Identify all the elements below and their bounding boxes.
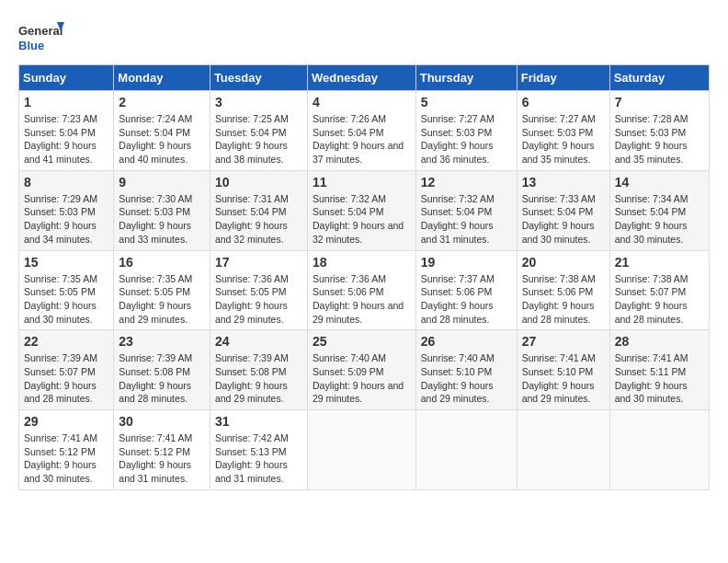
day-info: Sunrise: 7:36 AM Sunset: 5:06 PM Dayligh… <box>313 272 411 327</box>
day-info: Sunrise: 7:40 AM Sunset: 5:09 PM Dayligh… <box>313 351 411 406</box>
calendar-cell <box>415 410 517 490</box>
calendar-cell: 26 Sunrise: 7:40 AM Sunset: 5:10 PM Dayl… <box>415 330 517 410</box>
col-header-tuesday: Tuesday <box>210 65 307 91</box>
col-header-sunday: Sunday <box>19 65 114 91</box>
day-info: Sunrise: 7:39 AM Sunset: 5:08 PM Dayligh… <box>215 351 302 406</box>
day-number: 14 <box>615 175 704 190</box>
col-header-thursday: Thursday <box>415 65 517 91</box>
day-number: 9 <box>119 175 205 190</box>
calendar-cell: 16 Sunrise: 7:35 AM Sunset: 5:05 PM Dayl… <box>114 250 210 330</box>
day-number: 22 <box>24 334 108 349</box>
day-number: 30 <box>119 414 205 429</box>
day-info: Sunrise: 7:39 AM Sunset: 5:08 PM Dayligh… <box>119 351 205 406</box>
day-number: 29 <box>24 414 108 429</box>
day-info: Sunrise: 7:30 AM Sunset: 5:03 PM Dayligh… <box>119 192 205 247</box>
day-number: 5 <box>421 95 512 109</box>
day-number: 10 <box>215 175 302 190</box>
calendar-cell: 2 Sunrise: 7:24 AM Sunset: 5:04 PM Dayli… <box>114 91 210 171</box>
day-number: 2 <box>119 95 205 109</box>
calendar-cell: 15 Sunrise: 7:35 AM Sunset: 5:05 PM Dayl… <box>19 250 114 330</box>
day-info: Sunrise: 7:41 AM Sunset: 5:11 PM Dayligh… <box>615 351 704 406</box>
day-number: 26 <box>421 334 512 349</box>
calendar-cell: 28 Sunrise: 7:41 AM Sunset: 5:11 PM Dayl… <box>609 330 709 410</box>
calendar-cell: 8 Sunrise: 7:29 AM Sunset: 5:03 PM Dayli… <box>19 170 114 250</box>
calendar-cell: 3 Sunrise: 7:25 AM Sunset: 5:04 PM Dayli… <box>210 91 307 171</box>
day-number: 31 <box>215 414 302 429</box>
day-info: Sunrise: 7:26 AM Sunset: 5:04 PM Dayligh… <box>313 112 411 167</box>
day-info: Sunrise: 7:35 AM Sunset: 5:05 PM Dayligh… <box>119 272 205 327</box>
day-number: 24 <box>215 334 302 349</box>
calendar-cell: 30 Sunrise: 7:41 AM Sunset: 5:12 PM Dayl… <box>114 410 210 490</box>
day-info: Sunrise: 7:31 AM Sunset: 5:04 PM Dayligh… <box>215 192 302 247</box>
col-header-saturday: Saturday <box>609 65 709 91</box>
calendar-cell: 23 Sunrise: 7:39 AM Sunset: 5:08 PM Dayl… <box>114 330 210 410</box>
day-number: 15 <box>24 255 108 270</box>
day-info: Sunrise: 7:35 AM Sunset: 5:05 PM Dayligh… <box>24 272 108 327</box>
day-info: Sunrise: 7:27 AM Sunset: 5:03 PM Dayligh… <box>522 112 605 167</box>
calendar-cell: 22 Sunrise: 7:39 AM Sunset: 5:07 PM Dayl… <box>19 330 114 410</box>
calendar-cell: 29 Sunrise: 7:41 AM Sunset: 5:12 PM Dayl… <box>19 410 114 490</box>
col-header-monday: Monday <box>114 65 210 91</box>
calendar-cell: 9 Sunrise: 7:30 AM Sunset: 5:03 PM Dayli… <box>114 170 210 250</box>
day-info: Sunrise: 7:36 AM Sunset: 5:05 PM Dayligh… <box>215 272 302 327</box>
day-info: Sunrise: 7:27 AM Sunset: 5:03 PM Dayligh… <box>421 112 512 167</box>
day-info: Sunrise: 7:37 AM Sunset: 5:06 PM Dayligh… <box>421 272 512 327</box>
svg-text:General: General <box>18 24 63 38</box>
svg-text:Blue: Blue <box>18 39 44 52</box>
calendar-cell: 4 Sunrise: 7:26 AM Sunset: 5:04 PM Dayli… <box>307 91 415 171</box>
day-info: Sunrise: 7:41 AM Sunset: 5:12 PM Dayligh… <box>119 431 205 486</box>
calendar-cell: 12 Sunrise: 7:32 AM Sunset: 5:04 PM Dayl… <box>415 170 517 250</box>
day-info: Sunrise: 7:28 AM Sunset: 5:03 PM Dayligh… <box>615 112 704 167</box>
calendar-cell: 1 Sunrise: 7:23 AM Sunset: 5:04 PM Dayli… <box>19 91 114 171</box>
calendar-cell: 11 Sunrise: 7:32 AM Sunset: 5:04 PM Dayl… <box>307 170 415 250</box>
day-info: Sunrise: 7:25 AM Sunset: 5:04 PM Dayligh… <box>215 112 302 167</box>
day-number: 4 <box>313 95 411 109</box>
calendar-cell: 19 Sunrise: 7:37 AM Sunset: 5:06 PM Dayl… <box>415 250 517 330</box>
day-number: 18 <box>313 255 411 270</box>
day-number: 27 <box>522 334 605 349</box>
calendar-cell <box>517 410 609 490</box>
page-header: General Blue <box>18 18 710 55</box>
day-info: Sunrise: 7:39 AM Sunset: 5:07 PM Dayligh… <box>24 351 108 406</box>
day-info: Sunrise: 7:24 AM Sunset: 5:04 PM Dayligh… <box>119 112 205 167</box>
calendar-cell: 17 Sunrise: 7:36 AM Sunset: 5:05 PM Dayl… <box>210 250 307 330</box>
day-number: 7 <box>615 95 704 109</box>
day-info: Sunrise: 7:29 AM Sunset: 5:03 PM Dayligh… <box>24 192 108 247</box>
day-info: Sunrise: 7:34 AM Sunset: 5:04 PM Dayligh… <box>615 192 704 247</box>
day-info: Sunrise: 7:41 AM Sunset: 5:10 PM Dayligh… <box>522 351 605 406</box>
logo-svg: General Blue <box>18 18 64 55</box>
calendar-cell: 20 Sunrise: 7:38 AM Sunset: 5:06 PM Dayl… <box>517 250 609 330</box>
calendar-cell <box>609 410 709 490</box>
day-info: Sunrise: 7:38 AM Sunset: 5:07 PM Dayligh… <box>615 272 704 327</box>
day-info: Sunrise: 7:33 AM Sunset: 5:04 PM Dayligh… <box>522 192 605 247</box>
calendar-cell: 14 Sunrise: 7:34 AM Sunset: 5:04 PM Dayl… <box>609 170 709 250</box>
day-number: 6 <box>522 95 605 109</box>
day-info: Sunrise: 7:32 AM Sunset: 5:04 PM Dayligh… <box>313 192 411 247</box>
day-number: 8 <box>24 175 108 190</box>
day-info: Sunrise: 7:23 AM Sunset: 5:04 PM Dayligh… <box>24 112 108 167</box>
day-number: 12 <box>421 175 512 190</box>
calendar-cell: 21 Sunrise: 7:38 AM Sunset: 5:07 PM Dayl… <box>609 250 709 330</box>
day-number: 25 <box>313 334 411 349</box>
day-number: 11 <box>313 175 411 190</box>
day-number: 20 <box>522 255 605 270</box>
day-info: Sunrise: 7:38 AM Sunset: 5:06 PM Dayligh… <box>522 272 605 327</box>
calendar-cell: 7 Sunrise: 7:28 AM Sunset: 5:03 PM Dayli… <box>609 91 709 171</box>
calendar-table: SundayMondayTuesdayWednesdayThursdayFrid… <box>18 64 710 490</box>
calendar-cell: 18 Sunrise: 7:36 AM Sunset: 5:06 PM Dayl… <box>307 250 415 330</box>
calendar-cell: 25 Sunrise: 7:40 AM Sunset: 5:09 PM Dayl… <box>307 330 415 410</box>
calendar-cell: 31 Sunrise: 7:42 AM Sunset: 5:13 PM Dayl… <box>210 410 307 490</box>
col-header-friday: Friday <box>517 65 609 91</box>
logo: General Blue <box>18 18 64 55</box>
day-number: 17 <box>215 255 302 270</box>
day-info: Sunrise: 7:41 AM Sunset: 5:12 PM Dayligh… <box>24 431 108 486</box>
calendar-cell: 10 Sunrise: 7:31 AM Sunset: 5:04 PM Dayl… <box>210 170 307 250</box>
day-info: Sunrise: 7:32 AM Sunset: 5:04 PM Dayligh… <box>421 192 512 247</box>
calendar-cell: 27 Sunrise: 7:41 AM Sunset: 5:10 PM Dayl… <box>517 330 609 410</box>
day-number: 3 <box>215 95 302 109</box>
day-number: 28 <box>615 334 704 349</box>
day-number: 21 <box>615 255 704 270</box>
day-number: 23 <box>119 334 205 349</box>
calendar-cell: 13 Sunrise: 7:33 AM Sunset: 5:04 PM Dayl… <box>517 170 609 250</box>
day-info: Sunrise: 7:40 AM Sunset: 5:10 PM Dayligh… <box>421 351 512 406</box>
